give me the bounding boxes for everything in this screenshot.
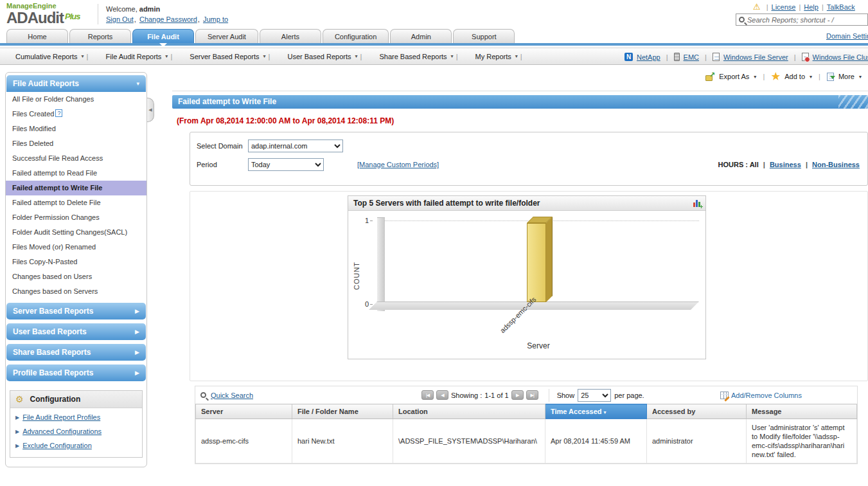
chevron-down-icon: ▾ <box>754 74 756 80</box>
license-link[interactable]: License <box>772 3 796 11</box>
menubar-menu[interactable]: Cumulative Reports▾| <box>9 53 97 60</box>
hours-business-link[interactable]: Business <box>770 161 801 168</box>
sidebar-section-bar[interactable]: Share Based Reports▶ <box>6 344 146 361</box>
results-table: Server▾ File / Folder Name▾ Location▾ Ti… <box>195 404 857 464</box>
sidebar-report-item[interactable]: All File or Folder Changes? <box>6 92 146 107</box>
app-logo[interactable]: ManageEngine ADAuditPlus <box>6 2 80 25</box>
report-search-box[interactable] <box>736 14 868 26</box>
sidebar-section-bar[interactable]: User Based Reports▶ <box>6 323 146 340</box>
windows-file-server-icon <box>713 53 720 61</box>
search-input[interactable] <box>747 16 856 24</box>
table-row[interactable]: adssp-emc-cifs hari New.txt \ADSSP_FILE_… <box>196 419 857 464</box>
main-tab[interactable]: File Audit <box>132 29 194 43</box>
sidebar-report-item[interactable]: Folder Audit Setting Changes(SACL)? <box>6 225 146 240</box>
brand-adaudit: ADAuditPlus <box>6 10 80 25</box>
sidebar-section-bar[interactable]: Server Based Reports▶ <box>6 303 146 320</box>
quick-search-link[interactable]: Quick Search <box>211 392 253 399</box>
jump-to-link[interactable]: Jump to <box>203 15 228 23</box>
period-select[interactable]: Today <box>248 158 324 171</box>
export-as-button[interactable]: Export As <box>719 73 749 80</box>
domain-select[interactable]: adap.internal.com <box>248 140 343 152</box>
change-password-link[interactable]: Change Password <box>139 15 200 23</box>
table-header-cell[interactable]: Time Accessed▾ <box>545 404 647 419</box>
page-last-button[interactable]: ▶| <box>526 390 538 400</box>
report-period-range: (From Apr 08,2014 12:00:00 AM to Apr 08,… <box>177 116 394 125</box>
help-icon[interactable]: ? <box>55 109 62 117</box>
emc-link[interactable]: EMC <box>684 53 699 61</box>
windows-file-server-link[interactable]: Windows File Server <box>723 53 788 61</box>
table-header-cell[interactable]: Message▾ <box>747 404 857 419</box>
more-button[interactable]: More <box>838 73 855 80</box>
table-header-cell[interactable]: Location▾ <box>393 404 545 419</box>
arrow-right-icon: ▶ <box>15 415 19 420</box>
configuration-link[interactable]: Exclude Configuration <box>22 442 92 449</box>
main-tab[interactable]: Alerts <box>260 29 321 43</box>
app-header: ManageEngine ADAuditPlus Welcome, admin … <box>0 0 868 29</box>
sidebar-report-item[interactable]: Failed attempt to Delete File? <box>6 195 146 210</box>
windows-file-cluster-icon <box>802 53 809 61</box>
emc-icon <box>674 53 680 61</box>
domain-settings-link[interactable]: Domain Settings <box>826 32 868 40</box>
sidebar-report-item[interactable]: Folder Permission Changes? <box>6 210 146 225</box>
sign-out-link[interactable]: Sign Out <box>106 15 136 23</box>
table-header-row: Server▾ File / Folder Name▾ Location▾ Ti… <box>196 404 857 419</box>
sidebar-report-item[interactable]: Failed attempt to Read File? <box>6 166 146 181</box>
hours-nonbusiness-link[interactable]: Non-Business <box>812 161 860 168</box>
hours-all[interactable]: All <box>750 161 759 168</box>
netapp-icon: N <box>624 53 633 61</box>
chart-bar[interactable] <box>527 223 546 302</box>
main-tab[interactable]: Configuration <box>323 29 389 43</box>
table-header-cell[interactable]: Server▾ <box>196 404 292 419</box>
sidebar-section-bar[interactable]: Profile Based Reports▶ <box>6 364 146 381</box>
sidebar-header-file-audit-reports[interactable]: File Audit Reports ▾ <box>6 75 146 92</box>
main-tab[interactable]: Reports <box>69 29 131 43</box>
warning-icon[interactable]: ⚠ <box>753 2 761 12</box>
configuration-link[interactable]: File Audit Report Profiles <box>22 413 100 421</box>
page-size-select[interactable]: 25 <box>578 389 611 402</box>
manage-custom-periods-link[interactable]: [Manage Custom Periods] <box>357 161 439 168</box>
chart-panel: Top 5 Servers with failed attempt to wri… <box>190 191 868 381</box>
cell-accessed-by: administrator <box>647 419 747 464</box>
menubar-menu[interactable]: File Audit Reports▾| <box>100 53 182 60</box>
page-next-button[interactable]: ▶ <box>511 390 524 400</box>
chart-type-icon[interactable] <box>693 199 700 207</box>
chart-title: Top 5 Servers with failed attempt to wri… <box>353 199 540 208</box>
sidebar-report-item[interactable]: Files Created? <box>6 107 146 122</box>
talkback-link[interactable]: TalkBack <box>827 3 855 11</box>
main-tab[interactable]: Support <box>453 29 515 43</box>
main-tab[interactable]: Admin <box>390 29 452 43</box>
export-icon: ↗ <box>705 73 714 81</box>
menubar-menu[interactable]: User Based Reports▾| <box>281 53 371 60</box>
configuration-link[interactable]: Advanced Configurations <box>22 428 102 435</box>
windows-file-cluster-link[interactable]: Windows File Cluster <box>813 53 868 61</box>
sidebar-report-item[interactable]: Failed attempt to Write File? <box>6 181 146 195</box>
menubar-menu[interactable]: Server Based Reports▾| <box>183 53 279 60</box>
table-header-cell[interactable]: File / Folder Name▾ <box>292 404 393 419</box>
chart-plot-area: COUNT 1 0 adssp-emc-cifs Server <box>348 211 705 359</box>
sidebar-report-item[interactable]: Files Copy-N-Pasted? <box>6 255 146 269</box>
sidebar-report-item[interactable]: Files Modified? <box>6 122 146 136</box>
period-label: Period <box>197 161 248 168</box>
main-tabs: Domain Settings Home Reports File Audit … <box>0 29 868 43</box>
sidebar-report-item[interactable]: Successful File Read Access? <box>6 151 146 166</box>
add-remove-columns-link[interactable]: Add/Remove Columns <box>720 392 802 399</box>
main-tab[interactable]: Home <box>6 29 68 43</box>
main-content: ↗ Export As ▾ | Add to ▾ | More ▾ Failed… <box>172 69 868 486</box>
menubar-menu[interactable]: My Reports▾| <box>469 53 531 60</box>
sidebar-report-item[interactable]: Files Moved (or) Renamed? <box>6 240 146 255</box>
chevron-right-icon: ▶ <box>135 328 139 335</box>
add-to-button[interactable]: Add to <box>784 73 805 80</box>
configuration-link-row: ▶File Audit Report Profiles <box>10 408 142 422</box>
page-first-button[interactable]: |◀ <box>421 390 434 400</box>
sidebar-report-item[interactable]: Changes based on Servers? <box>6 284 146 299</box>
main-tab[interactable]: Server Audit <box>195 29 258 43</box>
menubar-menu[interactable]: Share Based Reports▾| <box>373 53 466 60</box>
sidebar-report-item[interactable]: Changes based on Users? <box>6 269 146 284</box>
sidebar-report-item[interactable]: Files Deleted? <box>6 136 146 151</box>
page-prev-button[interactable]: ◀ <box>436 390 448 400</box>
sidebar-collapse-handle[interactable]: ◀ <box>147 98 154 122</box>
table-header-cell[interactable]: Accessed by▾ <box>647 404 747 419</box>
netapp-link[interactable]: NetApp <box>637 53 660 61</box>
per-page-label: per page. <box>614 392 644 399</box>
help-link[interactable]: Help <box>804 3 819 11</box>
